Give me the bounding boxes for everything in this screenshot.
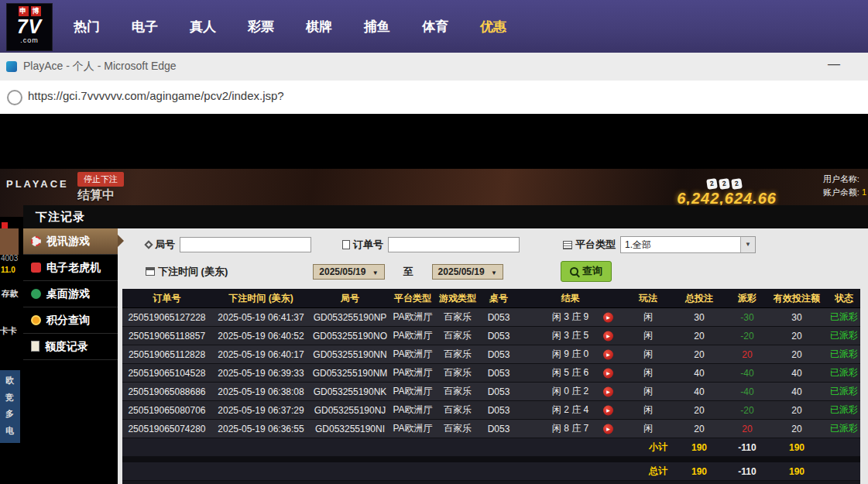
subtotal-row-label: 小计: [623, 438, 674, 457]
date-from-picker[interactable]: 2025/05/19 ▼: [313, 264, 384, 280]
platform-cell: PA欧洲厅: [389, 308, 436, 327]
round-cell: GD053255190NI: [310, 420, 389, 438]
game-cell: 百家乐: [436, 308, 479, 327]
payout-cell: -20: [725, 327, 770, 345]
bet-table-wrap: 订单号下注时间 (美东)局号平台类型游戏类型桌号结果玩法总投注派彩有效投注额状态…: [122, 289, 860, 484]
replay-button[interactable]: ▶: [603, 368, 613, 378]
balance-label: 账户余额:: [823, 187, 859, 197]
valid-cell: 20: [770, 345, 824, 364]
bet-record-modal: 下注记录 视讯游戏电子老虎机桌面游戏积分查询额度记录 局号 订单号 平台类型 1…: [23, 205, 868, 484]
total-cell: 20: [674, 401, 725, 420]
die-icon: 2: [719, 178, 730, 190]
play-cell: 闲: [623, 383, 674, 401]
table-cell: D053: [479, 364, 518, 383]
replay-button[interactable]: ▶: [603, 386, 613, 396]
points-query-icon: [31, 315, 41, 325]
play-cell: 闲: [623, 308, 674, 327]
spacer-cell: [122, 438, 623, 457]
spacer-cell: [122, 462, 623, 481]
gap-cell: [122, 457, 860, 463]
total-cell: 20: [674, 420, 725, 438]
result-cell: 闲 2 庄 4▶: [518, 401, 623, 420]
replay-button[interactable]: ▶: [603, 331, 613, 341]
nav-item-电子[interactable]: 电子: [132, 18, 158, 36]
play-cell: 闲: [623, 345, 674, 364]
spacer-cell: [824, 438, 860, 457]
game-cell: 百家乐: [436, 327, 479, 345]
sidebar-item-电子老虎机[interactable]: 电子老虎机: [23, 255, 118, 281]
result-cell: 闲 3 庄 9▶: [518, 308, 623, 327]
column-header: 下注时间 (美东): [211, 289, 310, 308]
result-text: 闲 3 庄 9: [552, 311, 588, 322]
grand-total-row-valid: 190: [770, 462, 824, 481]
table-gap-row: [122, 457, 860, 463]
valid-cell: 20: [770, 420, 824, 438]
modal-title: 下注记录: [36, 210, 85, 225]
platform-cell: PA欧洲厅: [389, 420, 436, 438]
order-doc-icon: [342, 240, 350, 249]
round-input[interactable]: [180, 237, 311, 252]
column-header: 有效投注额: [770, 289, 824, 308]
die-icon: 2: [706, 178, 718, 190]
valid-cell: 30: [770, 308, 824, 327]
slot-machine-icon: [31, 263, 41, 273]
time-cell: 2025-05-19 06:37:29: [211, 401, 310, 420]
site-info-icon[interactable]: [7, 90, 22, 105]
result-text: 闲 0 庄 2: [552, 386, 588, 396]
column-header: 状态: [824, 289, 860, 308]
order-cell: 250519065088686: [122, 383, 211, 401]
date-from-value: 2025/05/19: [319, 266, 365, 277]
nav-item-彩票[interactable]: 彩票: [248, 18, 274, 36]
round-tag-icon: [144, 240, 153, 249]
column-header: 局号: [310, 289, 389, 308]
replay-button[interactable]: ▶: [603, 405, 613, 415]
game-cell: 百家乐: [436, 364, 479, 383]
table-row: 2505190650886862025-05-19 06:38:08GD0532…: [122, 383, 860, 401]
table-row: 2505190651045282025-05-19 06:39:33GD0532…: [122, 364, 860, 383]
background-fragment: 多: [5, 408, 14, 420]
nav-item-真人[interactable]: 真人: [190, 18, 216, 36]
order-cell: 250519065104528: [122, 364, 211, 383]
sidebar-item-额度记录[interactable]: 额度记录: [23, 334, 118, 360]
sidebar-item-积分查询[interactable]: 积分查询: [23, 307, 118, 334]
status-cell: 已派彩: [824, 364, 860, 383]
table-cell: D053: [479, 327, 518, 345]
nav-item-优惠[interactable]: 优惠: [480, 18, 506, 36]
nav-item-棋牌[interactable]: 棋牌: [306, 18, 332, 36]
replay-button[interactable]: ▶: [603, 424, 613, 434]
nav-item-捕鱼[interactable]: 捕鱼: [364, 18, 390, 36]
order-input[interactable]: [388, 237, 520, 252]
result-cell: 闲 3 庄 5▶: [518, 327, 623, 345]
chevron-down-icon: ▼: [491, 269, 497, 276]
nav-item-体育[interactable]: 体育: [422, 18, 448, 36]
order-cell: 250519065118857: [122, 327, 211, 345]
minimize-button[interactable]: —: [823, 57, 845, 71]
address-bar[interactable]: https://gci.7vvvvvv.com/agingame/pcv2/in…: [0, 81, 868, 115]
platform-cell: PA欧洲厅: [389, 345, 436, 364]
status-cell: 已派彩: [824, 308, 860, 327]
order-label: 订单号: [353, 238, 383, 252]
game-cell: 百家乐: [436, 383, 479, 401]
payout-cell: 20: [725, 420, 770, 438]
nav-item-热门[interactable]: 热门: [74, 18, 100, 36]
platform-select[interactable]: 1.全部 ▼: [620, 236, 756, 253]
site-logo[interactable]: 申 博 7V .com: [6, 3, 53, 51]
order-cell: 250519065080706: [122, 401, 211, 420]
platform-selected-value: 1.全部: [625, 239, 651, 250]
round-cell: GD053255190NJ: [310, 401, 389, 420]
background-fragment: 4003: [1, 254, 18, 263]
sidebar-item-桌面游戏[interactable]: 桌面游戏: [23, 281, 118, 307]
time-cell: 2025-05-19 06:38:08: [211, 383, 310, 401]
date-to-picker[interactable]: 2025/05/19 ▼: [432, 264, 503, 280]
replay-button[interactable]: ▶: [603, 312, 613, 322]
sidebar-item-视讯游戏[interactable]: 视讯游戏: [23, 228, 118, 255]
platform-list-icon: [563, 241, 572, 249]
address-url[interactable]: https://gci.7vvvvvv.com/agingame/pcv2/in…: [28, 89, 284, 102]
result-text: 闲 3 庄 5: [552, 330, 588, 341]
calendar-icon: [146, 267, 155, 276]
result-cell: 闲 9 庄 0▶: [518, 345, 623, 364]
replay-button[interactable]: ▶: [603, 349, 613, 359]
search-button[interactable]: 查询: [561, 261, 612, 282]
stop-betting-button[interactable]: 停止下注: [77, 172, 124, 187]
modal-content: 局号 订单号 平台类型 1.全部 ▼ 下注时间 (美东) 2025: [118, 228, 868, 484]
